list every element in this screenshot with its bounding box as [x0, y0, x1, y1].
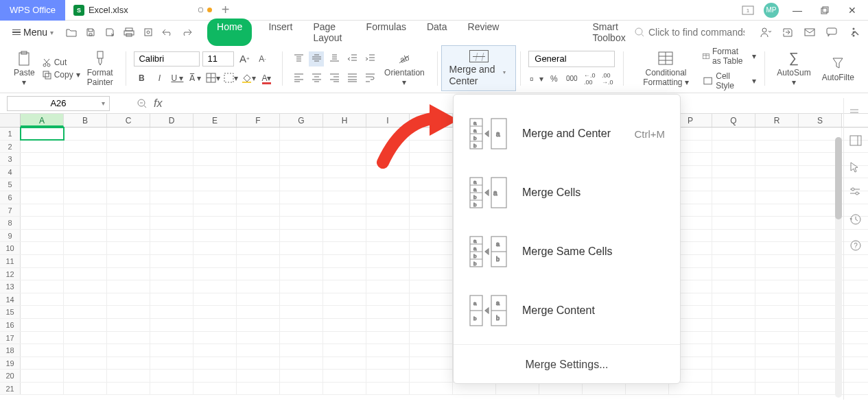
cell-G6[interactable] — [280, 191, 323, 204]
cell-B1[interactable] — [64, 128, 107, 140]
cell-A1[interactable] — [21, 128, 64, 140]
cell-B12[interactable] — [64, 268, 107, 280]
cell-J5[interactable] — [410, 178, 453, 191]
cell-I10[interactable] — [366, 242, 410, 254]
cell-F10[interactable] — [237, 242, 280, 254]
cell-I13[interactable] — [366, 280, 410, 293]
font-name-select[interactable] — [134, 51, 200, 67]
cell-R10[interactable] — [755, 242, 799, 254]
tab-review[interactable]: Review — [464, 19, 504, 46]
cell-J13[interactable] — [410, 280, 453, 293]
cell-E7[interactable] — [193, 204, 237, 217]
cell-A12[interactable] — [21, 268, 64, 280]
cell-Q19[interactable] — [712, 357, 755, 370]
cell-D11[interactable] — [150, 255, 193, 267]
cell-F14[interactable] — [237, 293, 280, 306]
cell-I14[interactable] — [366, 293, 410, 306]
zoom-out-icon[interactable] — [137, 99, 147, 108]
cell-D19[interactable] — [150, 357, 193, 370]
merge-cells-item[interactable]: aabba Merge Cells — [454, 163, 680, 222]
cell-J20[interactable] — [410, 370, 453, 382]
cell-H7[interactable] — [323, 204, 366, 217]
cell-Q2[interactable] — [712, 141, 755, 153]
maximize-button[interactable] — [816, 1, 834, 19]
cell-Q20[interactable] — [712, 370, 755, 382]
row-header-18[interactable]: 18 — [0, 344, 21, 357]
cell-H21[interactable] — [323, 383, 366, 395]
cell-J17[interactable] — [410, 332, 453, 344]
cell-J10[interactable] — [410, 242, 453, 254]
cell-A8[interactable] — [21, 217, 64, 229]
align-middle-icon[interactable] — [309, 51, 324, 67]
col-header-Q[interactable]: Q — [712, 114, 755, 127]
cell-J9[interactable] — [410, 230, 453, 242]
cell-B3[interactable] — [64, 153, 107, 165]
col-header-E[interactable]: E — [193, 114, 237, 127]
cell-I20[interactable] — [366, 370, 410, 382]
cell-E18[interactable] — [193, 344, 237, 357]
font-size-select[interactable] — [202, 51, 234, 67]
cell-Q4[interactable] — [712, 166, 755, 178]
bold-icon[interactable]: B — [134, 71, 149, 86]
cell-B20[interactable] — [64, 370, 107, 382]
decrease-font-icon[interactable]: A- — [255, 51, 270, 67]
align-left-icon[interactable] — [291, 71, 306, 86]
cell-G21[interactable] — [280, 383, 323, 395]
cell-D14[interactable] — [150, 293, 193, 306]
cell-C19[interactable] — [107, 357, 150, 370]
cell-Q18[interactable] — [712, 344, 755, 357]
decrease-indent-icon[interactable] — [344, 51, 360, 67]
cell-R4[interactable] — [755, 166, 799, 178]
cell-B9[interactable] — [64, 230, 107, 242]
tab-smart-toolbox[interactable]: Smart Toolbox — [588, 19, 633, 46]
cell-Q10[interactable] — [712, 242, 755, 254]
cell-D7[interactable] — [150, 204, 193, 217]
cell-E21[interactable] — [193, 383, 237, 395]
cell-R1[interactable] — [755, 128, 799, 140]
new-tab-button[interactable]: + — [212, 2, 239, 18]
cell-R6[interactable] — [755, 191, 799, 204]
cell-J7[interactable] — [410, 204, 453, 217]
cell-D17[interactable] — [150, 332, 193, 344]
cell-G2[interactable] — [280, 141, 323, 153]
vertical-scrollbar[interactable] — [835, 137, 842, 398]
cell-B5[interactable] — [64, 178, 107, 191]
cell-E8[interactable] — [193, 217, 237, 229]
cell-C5[interactable] — [107, 178, 150, 191]
cell-R14[interactable] — [755, 293, 799, 306]
minimize-button[interactable]: — — [788, 1, 806, 19]
cell-J14[interactable] — [410, 293, 453, 306]
cell-E5[interactable] — [193, 178, 237, 191]
cell-J16[interactable] — [410, 319, 453, 331]
cell-F16[interactable] — [237, 319, 280, 331]
cell-A5[interactable] — [21, 178, 64, 191]
tab-page-layout[interactable]: Page Layout — [309, 19, 349, 46]
row-header-10[interactable]: 10 — [0, 242, 21, 254]
row-header-17[interactable]: 17 — [0, 332, 21, 344]
cell-H14[interactable] — [323, 293, 366, 306]
format-as-table-button[interactable]: Format as Table ▾ — [703, 47, 756, 66]
fx-label[interactable]: fx — [154, 97, 162, 110]
cell-E4[interactable] — [193, 166, 237, 178]
cell-Q17[interactable] — [712, 332, 755, 344]
cell-H9[interactable] — [323, 230, 366, 242]
cell-O21[interactable] — [626, 383, 669, 395]
open-icon[interactable] — [64, 25, 78, 39]
fill-color-icon[interactable]: ▾ — [241, 71, 256, 86]
increase-font-icon[interactable]: A+ — [237, 51, 252, 67]
autofilter-button[interactable]: AutoFilte — [818, 53, 858, 84]
copy-button[interactable]: Copy ▾ — [42, 70, 80, 80]
cell-R2[interactable] — [755, 141, 799, 153]
cell-H1[interactable] — [323, 128, 366, 140]
print-preview-icon[interactable] — [141, 25, 155, 39]
cell-B10[interactable] — [64, 242, 107, 254]
cell-Q8[interactable] — [712, 217, 755, 229]
cell-P21[interactable] — [669, 383, 712, 395]
cell-C12[interactable] — [107, 268, 150, 280]
cell-G5[interactable] — [280, 178, 323, 191]
cell-G11[interactable] — [280, 255, 323, 267]
cell-Q9[interactable] — [712, 230, 755, 242]
cell-Q7[interactable] — [712, 204, 755, 217]
cell-D20[interactable] — [150, 370, 193, 382]
row-header-1[interactable]: 1 — [0, 128, 21, 140]
